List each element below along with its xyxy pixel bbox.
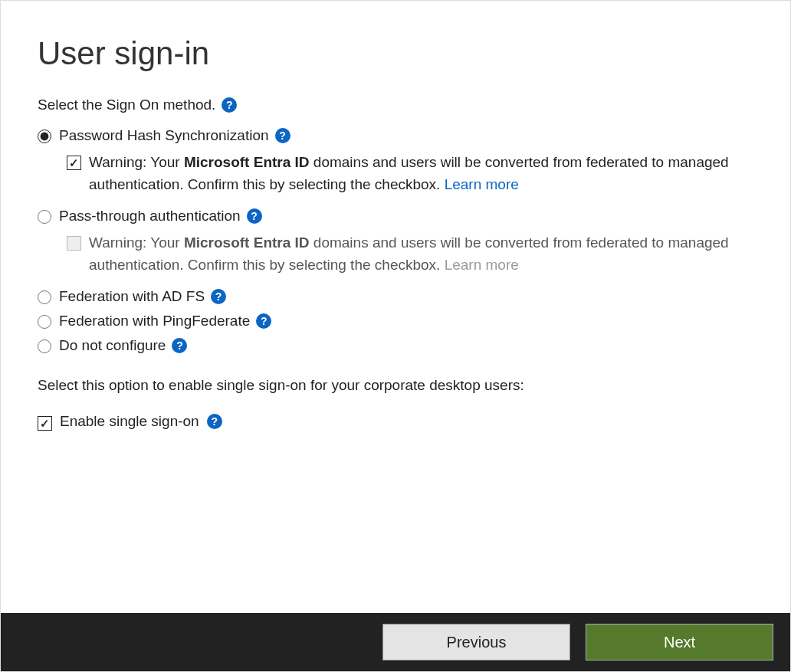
option-phs-text: Password Hash Synchronization (59, 127, 269, 144)
page-title: User sign-in (38, 35, 753, 72)
radio-ping[interactable] (38, 315, 51, 329)
option-ping-label: Federation with PingFederate ? (59, 313, 271, 329)
option-adfs-text: Federation with AD FS (59, 288, 205, 305)
phs-warning-block: Warning: Your Microsoft Entra ID domains… (67, 152, 753, 195)
radio-adfs[interactable] (38, 290, 51, 304)
help-icon[interactable]: ? (222, 97, 237, 113)
sso-checkbox-label: Enable single sign-on (60, 413, 199, 430)
help-icon[interactable]: ? (256, 313, 271, 329)
phs-learn-more-link[interactable]: Learn more (445, 176, 519, 192)
phs-warning-prefix: Warning: Your (89, 154, 184, 170)
sign-on-label: Select the Sign On method. ? (38, 97, 753, 113)
option-pta[interactable]: Pass-through authentication ? (38, 208, 753, 225)
radio-pta[interactable] (38, 210, 51, 224)
help-icon[interactable]: ? (275, 128, 290, 143)
option-phs[interactable]: Password Hash Synchronization ? (38, 127, 753, 144)
help-icon[interactable]: ? (207, 414, 222, 429)
phs-confirm-checkbox[interactable] (67, 156, 81, 170)
phs-warning-bold: Microsoft Entra ID (184, 154, 310, 170)
pta-warning-block: Warning: Your Microsoft Entra ID domains… (67, 232, 753, 276)
sso-checkbox[interactable] (38, 416, 52, 431)
help-icon[interactable]: ? (211, 289, 226, 304)
next-button[interactable]: Next (586, 624, 773, 661)
option-phs-label: Password Hash Synchronization ? (59, 127, 290, 144)
sso-label: Select this option to enable single sign… (38, 377, 753, 394)
pta-learn-more-link: Learn more (445, 257, 519, 273)
sso-row[interactable]: Enable single sign-on ? (38, 412, 753, 431)
pta-warning-prefix: Warning: Your (89, 234, 184, 251)
help-icon[interactable]: ? (247, 208, 262, 224)
option-none[interactable]: Do not configure ? (38, 337, 753, 354)
option-adfs-label: Federation with AD FS ? (59, 288, 226, 305)
phs-warning-text: Warning: Your Microsoft Entra ID domains… (89, 152, 753, 195)
sso-label-text: Select this option to enable single sign… (38, 377, 524, 394)
footer: Previous Next (1, 613, 790, 671)
pta-confirm-checkbox (67, 236, 81, 251)
radio-none[interactable] (38, 339, 51, 353)
pta-warning-bold: Microsoft Entra ID (184, 234, 310, 251)
option-ping[interactable]: Federation with PingFederate ? (38, 313, 753, 329)
main-content: User sign-in Select the Sign On method. … (1, 1, 790, 613)
option-adfs[interactable]: Federation with AD FS ? (38, 288, 753, 305)
radio-phs[interactable] (38, 129, 51, 143)
option-none-label: Do not configure ? (59, 337, 187, 354)
option-ping-text: Federation with PingFederate (59, 313, 250, 329)
sso-section: Select this option to enable single sign… (38, 377, 753, 431)
sign-on-label-text: Select the Sign On method. (38, 97, 215, 113)
pta-warning-text: Warning: Your Microsoft Entra ID domains… (89, 232, 753, 276)
help-icon[interactable]: ? (172, 338, 187, 353)
sign-on-options: Password Hash Synchronization ? Warning:… (38, 127, 753, 354)
option-pta-label: Pass-through authentication ? (59, 208, 262, 225)
option-none-text: Do not configure (59, 337, 166, 354)
option-pta-text: Pass-through authentication (59, 208, 241, 225)
previous-button[interactable]: Previous (382, 624, 570, 661)
